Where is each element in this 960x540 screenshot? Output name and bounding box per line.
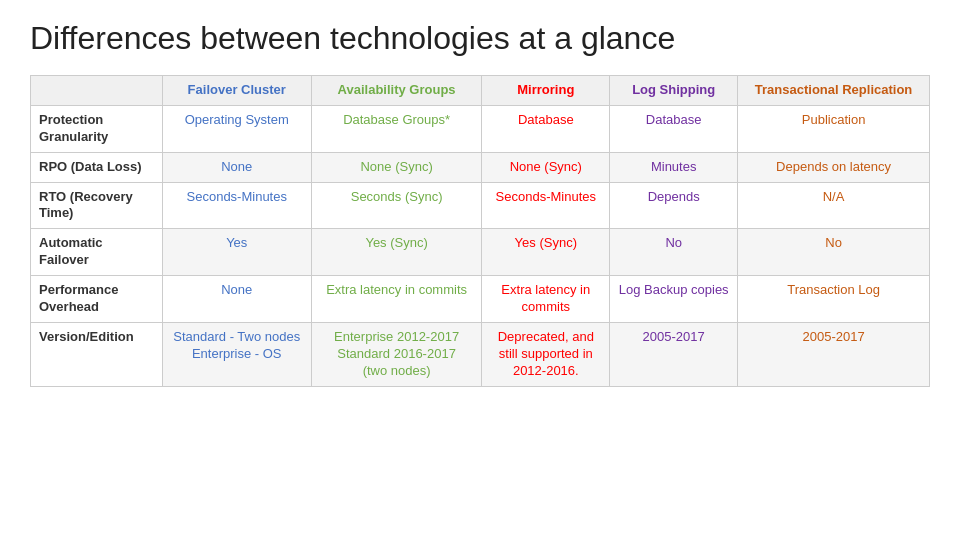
- table-row: RPO (Data Loss)NoneNone (Sync)None (Sync…: [31, 152, 930, 182]
- table-cell: Database: [482, 105, 610, 152]
- table-cell: Seconds-Minutes: [482, 182, 610, 229]
- table-cell: Database: [610, 105, 738, 152]
- table-cell: Transaction Log: [738, 276, 930, 323]
- table-cell: None (Sync): [311, 152, 482, 182]
- header-tr: Transactional Replication: [738, 76, 930, 106]
- table-cell: None: [162, 152, 311, 182]
- row-label: Version/Edition: [31, 322, 163, 386]
- table-cell: None (Sync): [482, 152, 610, 182]
- table-cell: 2005-2017: [610, 322, 738, 386]
- row-label: Automatic Failover: [31, 229, 163, 276]
- table-cell: Operating System: [162, 105, 311, 152]
- table-cell: N/A: [738, 182, 930, 229]
- table-cell: Standard - Two nodesEnterprise - OS: [162, 322, 311, 386]
- header-ag: Availability Groups: [311, 76, 482, 106]
- header-ls: Log Shipping: [610, 76, 738, 106]
- table-cell: No: [738, 229, 930, 276]
- page-title: Differences between technologies at a gl…: [30, 20, 930, 57]
- header-mir: Mirroring: [482, 76, 610, 106]
- table-row: Automatic FailoverYesYes (Sync)Yes (Sync…: [31, 229, 930, 276]
- table-cell: Yes (Sync): [482, 229, 610, 276]
- comparison-table: Failover Cluster Availability Groups Mir…: [30, 75, 930, 387]
- table-cell: Database Groups*: [311, 105, 482, 152]
- table-cell: No: [610, 229, 738, 276]
- header-empty: [31, 76, 163, 106]
- table-cell: Extra latency in commits: [482, 276, 610, 323]
- table-cell: Seconds (Sync): [311, 182, 482, 229]
- table-cell: Seconds-Minutes: [162, 182, 311, 229]
- table-row: Version/EditionStandard - Two nodesEnter…: [31, 322, 930, 386]
- row-label: Protection Granularity: [31, 105, 163, 152]
- table-cell: Yes (Sync): [311, 229, 482, 276]
- table-header-row: Failover Cluster Availability Groups Mir…: [31, 76, 930, 106]
- table-row: Performance OverheadNoneExtra latency in…: [31, 276, 930, 323]
- row-label: RPO (Data Loss): [31, 152, 163, 182]
- table-cell: Deprecated, and still supported in 2012-…: [482, 322, 610, 386]
- table-cell: Depends on latency: [738, 152, 930, 182]
- table-cell: Publication: [738, 105, 930, 152]
- table-cell: Extra latency in commits: [311, 276, 482, 323]
- table-cell: None: [162, 276, 311, 323]
- table-cell: 2005-2017: [738, 322, 930, 386]
- header-fc: Failover Cluster: [162, 76, 311, 106]
- page-container: Differences between technologies at a gl…: [0, 0, 960, 397]
- table-cell: Log Backup copies: [610, 276, 738, 323]
- table-cell: Yes: [162, 229, 311, 276]
- table-cell: Minutes: [610, 152, 738, 182]
- table-cell: Depends: [610, 182, 738, 229]
- row-label: Performance Overhead: [31, 276, 163, 323]
- table-cell: Enterprise 2012-2017Standard 2016-2017(t…: [311, 322, 482, 386]
- row-label: RTO (Recovery Time): [31, 182, 163, 229]
- table-row: Protection GranularityOperating SystemDa…: [31, 105, 930, 152]
- table-row: RTO (Recovery Time)Seconds-MinutesSecond…: [31, 182, 930, 229]
